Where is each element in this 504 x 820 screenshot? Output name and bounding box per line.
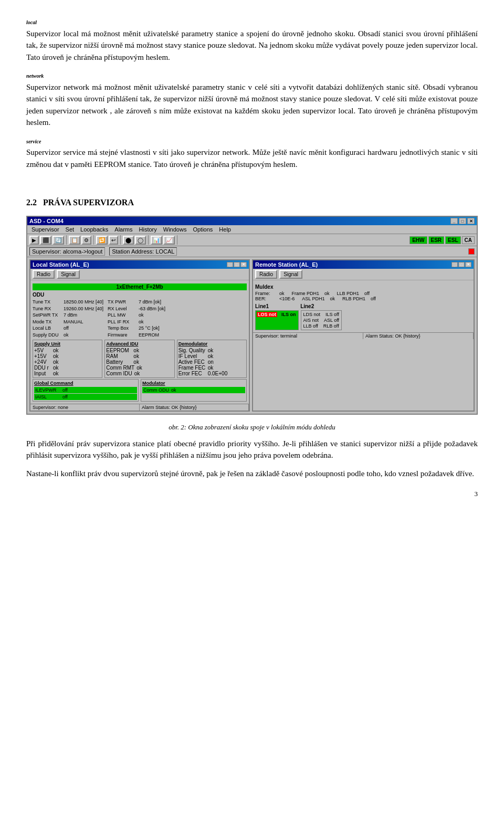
status-ehw[interactable]: EHW [410, 236, 427, 244]
remote-close-btn[interactable]: ✕ [465, 262, 471, 267]
toolbar-btn-11[interactable]: 📈 [163, 236, 175, 245]
data-row: EEPROMok [106, 348, 173, 353]
data-row: TX PWR7 dBm [ok] [108, 299, 165, 306]
odu-label: ODU [33, 292, 247, 298]
demod-header: Demodulator [178, 341, 245, 346]
line-headers: Line1 Line2 [255, 303, 471, 309]
data-row: Error FEC0.0E+00 [178, 371, 245, 376]
post-caption-para-2: Nastane-li konflikt práv dvou supervizor… [26, 468, 478, 480]
remote-min-btn[interactable]: _ [452, 262, 458, 267]
menubar: Supervisor Set Loopbacks Alarms History … [27, 225, 477, 234]
toolbar-btn-3[interactable]: 🔄 [52, 236, 64, 245]
data-row: Comm IDUok [106, 371, 173, 376]
toolbar-btn-4[interactable]: 📋 [69, 236, 80, 245]
remote-radio-btn[interactable]: Radio [255, 270, 277, 279]
advanced-idu-col: Advanced IDU EEPROMok RAMok Batteryok Co… [104, 340, 174, 378]
toolbar-btn-2[interactable]: ⬛ [40, 236, 51, 245]
menu-set[interactable]: Set [62, 226, 78, 233]
global-section: Global Command ILEVPWR off IAISL off Mod… [33, 379, 247, 402]
modulator-col: Modulator Comm ODU ok [141, 379, 247, 402]
data-row: Active FECon [178, 359, 245, 365]
page-number: 3 [26, 490, 478, 498]
menu-help[interactable]: Help [216, 226, 234, 233]
toolbar-btn-5[interactable]: ⚙ [81, 236, 91, 245]
remote-max-btn[interactable]: □ [458, 262, 465, 267]
status-ca[interactable]: CA [462, 236, 475, 244]
service-para: Supervizor service má stejné vlastnosti … [26, 148, 478, 169]
line1-los-row: LOS not ILS on [257, 312, 297, 317]
muldex-label: Muldex [255, 284, 471, 290]
data-row: Mode TXMANUAL [33, 319, 103, 325]
global-row-2: IAISL off [34, 394, 137, 400]
supervisor-address: Supervisor: alcoma->logout [29, 247, 105, 256]
local-signal-btn[interactable]: Signal [57, 270, 80, 279]
figure-caption: obr. 2: Okna zobrazení skoku spoje v lok… [26, 423, 478, 432]
data-row: +5Vok [34, 348, 101, 353]
lines-container: LOS not ILS on LDS not ILS off [255, 310, 471, 330]
rlb-off-badge: RLB off [322, 323, 340, 329]
menu-alarms[interactable]: Alarms [111, 226, 135, 233]
remote-signal-btn[interactable]: Signal [279, 270, 302, 279]
chapter-heading: 2.2 PRÁVA SUPERVIZORA [26, 198, 478, 207]
llb-off-badge: LLB off [302, 323, 319, 329]
data-row: DDU rok [34, 365, 101, 371]
local-radio-btn[interactable]: Radio [33, 270, 55, 279]
line1-label: Line1 [255, 303, 269, 309]
data-row: Tune RX19260.00 MHz [40] [33, 306, 103, 312]
global-header: Global Command [34, 381, 137, 386]
toolbar-sep-3 [120, 235, 121, 245]
odu-left-grid: Tune TX18250.00 MHz [40] Tune RX19260.00… [33, 299, 103, 339]
menu-history[interactable]: History [136, 226, 160, 233]
local-banner: 1xEthernet_F+2Mb [33, 283, 247, 290]
data-row: FirmwareEEPROM [108, 332, 165, 339]
supply-unit-col: Supply Unit +5Vok +15Vok +24Vok DDU rok … [33, 340, 102, 378]
muldex-row-1: Frame: ok Frame PDH1 ok LLB PDH1 off [255, 291, 471, 296]
remote-window-btns: _ □ ✕ [452, 262, 471, 267]
data-row: Sig. Qualityok [178, 348, 245, 353]
menu-options[interactable]: Options [190, 226, 216, 233]
main-application-window: ASD - COM4 _ □ ✕ Supervisor Set Loopback… [26, 216, 478, 415]
odu-params-container: Tune TX18250.00 MHz [40] Tune RX19260.00… [33, 299, 247, 339]
muldex-grid: Frame: ok Frame PDH1 ok LLB PDH1 off BER… [255, 291, 471, 301]
line2-row-2: AIS not ASL off [302, 318, 341, 323]
local-max-btn[interactable]: □ [234, 262, 240, 267]
data-row: Comm RMTok [106, 365, 173, 371]
local-min-btn[interactable]: _ [227, 262, 233, 267]
menu-supervisor[interactable]: Supervisor [28, 226, 62, 233]
minimize-button[interactable]: _ [450, 218, 458, 224]
remote-window-title: Remote Station (AL_E) _ □ ✕ [253, 260, 474, 269]
main-area: Local Station (AL_E) _ □ ✕ Radio Signal … [27, 257, 477, 414]
remote-radio-bar: Radio Signal [253, 269, 474, 280]
toolbar-btn-8[interactable]: ⬤ [123, 236, 134, 245]
toolbar: ▶ ⬛ 🔄 📋 ⚙ 🔁 ↩ ⬤ ◯ 📊 📈 EHW ESR ESL CA [27, 234, 477, 246]
remote-content: Muldex Frame: ok Frame PDH1 ok LLB PDH1 … [253, 280, 474, 332]
remote-statusbar: Supervisor: terminal Alarm Status: OK {h… [253, 332, 474, 339]
maximize-button[interactable]: □ [459, 218, 466, 224]
data-row: RX Level-63 dBm [ok] [108, 306, 165, 312]
menu-loopbacks[interactable]: Loopbacks [77, 226, 111, 233]
remote-station-window: Remote Station (AL_E) _ □ ✕ Radio Signal… [252, 259, 475, 412]
local-close-btn[interactable]: ✕ [240, 262, 247, 267]
toolbar-sep-1 [66, 235, 67, 245]
data-row: Supply DDUok [33, 332, 103, 339]
post-caption-para-1: Při přidělování práv supervizora stanice… [26, 438, 478, 461]
toolbar-btn-9[interactable]: ◯ [135, 236, 146, 245]
los-not-badge: LOS not [257, 312, 277, 317]
network-para: Supervizor network má možnost měnit uživ… [26, 83, 478, 127]
menu-windows[interactable]: Windows [160, 226, 190, 233]
demodulator-col: Demodulator Sig. Qualityok IF Levelok Ac… [177, 340, 247, 378]
toolbar-btn-1[interactable]: ▶ [29, 236, 39, 245]
close-button[interactable]: ✕ [467, 218, 475, 224]
status-esr[interactable]: ESR [428, 236, 445, 244]
data-row: Temp Box25 °C [ok] [108, 325, 165, 332]
local-status-supervisor: Supervisor: none [30, 404, 140, 411]
status-esl[interactable]: ESL [445, 236, 460, 244]
data-row: +15Vok [34, 353, 101, 359]
local-para1: Supervizor local má možnost měnit uživat… [26, 29, 478, 61]
local-section: local Supervizor local má možnost měnit … [26, 16, 478, 63]
toolbar-btn-10[interactable]: 📊 [151, 236, 162, 245]
toolbar-btn-6[interactable]: 🔁 [96, 236, 108, 245]
main-titlebar: ASD - COM4 _ □ ✕ [27, 217, 477, 225]
toolbar-btn-7[interactable]: ↩ [109, 236, 118, 245]
data-row: PLL MWok [108, 312, 165, 319]
